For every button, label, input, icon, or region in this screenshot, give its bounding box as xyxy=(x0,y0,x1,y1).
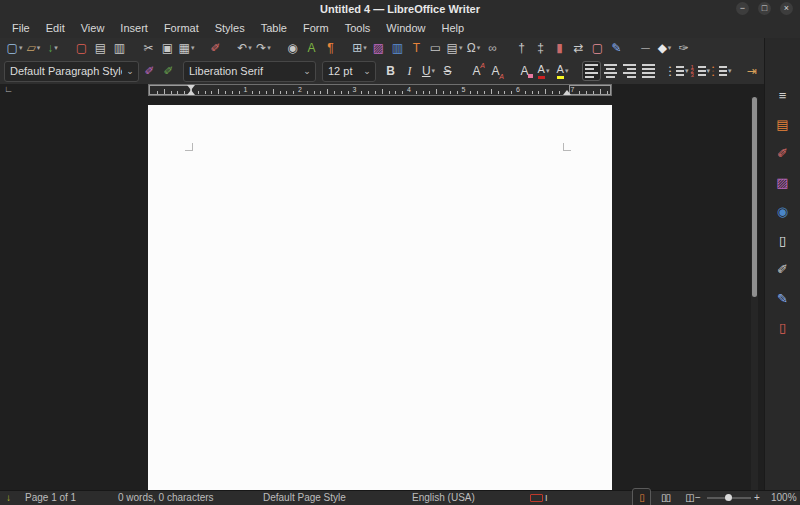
minimize-button[interactable]: − xyxy=(736,2,749,15)
insert-chart-button[interactable]: ▥ xyxy=(389,39,406,57)
menu-insert[interactable]: Insert xyxy=(112,18,156,38)
copy-button[interactable]: ▣ xyxy=(159,39,176,57)
language-status[interactable]: English (USA) xyxy=(412,491,475,505)
dropdown-arrow-icon[interactable]: ▾ xyxy=(267,44,271,52)
dropdown-arrow-icon[interactable]: ▾ xyxy=(19,44,23,52)
font-name-combobox[interactable]: Liberation Serif ⌄ xyxy=(183,61,316,82)
increase-indent-button[interactable]: ⇥ xyxy=(744,62,761,80)
track-changes-button[interactable]: ✎ xyxy=(608,39,625,57)
manage-changes-deck-button[interactable]: ✎ xyxy=(774,289,791,307)
gallery-deck-button[interactable]: ▨ xyxy=(774,173,791,191)
print-preview-button[interactable]: ▥ xyxy=(111,39,128,57)
properties-deck-button[interactable]: ▤ xyxy=(774,115,791,133)
font-size-combobox[interactable]: 12 pt ⌄ xyxy=(322,61,376,82)
insert-image-button[interactable]: ▨ xyxy=(370,39,387,57)
menu-form[interactable]: Form xyxy=(295,18,337,38)
chevron-down-icon[interactable]: ⌄ xyxy=(359,66,375,76)
dropdown-arrow-icon[interactable]: ▾ xyxy=(54,44,58,52)
clone-formatting-button[interactable]: ✐ xyxy=(207,39,224,57)
zoom-in-button[interactable]: + xyxy=(754,491,760,505)
style-inspector-deck-button[interactable]: ✐ xyxy=(774,260,791,278)
dropdown-arrow-icon[interactable]: ▾ xyxy=(728,67,732,75)
close-button[interactable]: × xyxy=(780,2,793,15)
numbered-list-button[interactable]: 123▾ xyxy=(691,62,711,80)
styles-deck-button[interactable]: ✐ xyxy=(774,144,791,162)
dropdown-arrow-icon[interactable]: ▾ xyxy=(685,67,689,75)
zoom-level-value[interactable]: 100% xyxy=(771,491,797,505)
insert-bookmark-button[interactable]: ▮ xyxy=(551,39,568,57)
dropdown-arrow-icon[interactable]: ▾ xyxy=(565,67,569,75)
menu-table[interactable]: Table xyxy=(253,18,295,38)
menu-tools[interactable]: Tools xyxy=(337,18,379,38)
selection-mode-icon[interactable]: I xyxy=(530,491,548,505)
menu-edit[interactable]: Edit xyxy=(38,18,73,38)
navigator-deck-button[interactable]: ◉ xyxy=(774,202,791,220)
new-document-button[interactable]: ▢▾ xyxy=(6,39,23,57)
insert-pagebreak-button[interactable]: ▭ xyxy=(427,39,444,57)
dropdown-arrow-icon[interactable]: ▾ xyxy=(363,44,367,52)
underline-button[interactable]: U▾ xyxy=(420,62,437,80)
save-button[interactable]: ↓▾ xyxy=(44,39,61,57)
page-style-status[interactable]: Default Page Style xyxy=(263,491,346,505)
highlight-color-button[interactable]: A▾ xyxy=(554,62,571,80)
page-number-status[interactable]: Page 1 of 1 xyxy=(25,491,76,505)
vertical-scrollbar-thumb[interactable] xyxy=(752,97,757,297)
cut-button[interactable]: ✂ xyxy=(140,39,157,57)
document-page[interactable] xyxy=(148,105,612,491)
menu-help[interactable]: Help xyxy=(433,18,472,38)
menu-styles[interactable]: Styles xyxy=(207,18,253,38)
insert-field-button[interactable]: ▤▾ xyxy=(446,39,463,57)
tab-stop-selector-icon[interactable]: ∟ xyxy=(4,84,13,94)
vertical-scrollbar[interactable] xyxy=(751,97,758,491)
clear-formatting-button[interactable]: A xyxy=(516,62,533,80)
zoom-slider-thumb[interactable] xyxy=(725,494,732,501)
dropdown-arrow-icon[interactable]: ▾ xyxy=(546,67,550,75)
paste-button[interactable]: ▦▾ xyxy=(178,39,195,57)
export-pdf-button[interactable]: ▢ xyxy=(73,39,90,57)
insert-line-button[interactable]: ─ xyxy=(637,39,654,57)
find-replace-button[interactable]: ◉ xyxy=(284,39,301,57)
document-canvas[interactable] xyxy=(0,97,765,491)
insert-footnote-button[interactable]: † xyxy=(513,39,530,57)
dropdown-arrow-icon[interactable]: ▾ xyxy=(248,44,252,52)
align-center-button[interactable] xyxy=(602,62,619,80)
indent-marker-bottom[interactable] xyxy=(187,90,195,95)
draw-functions-button[interactable]: ✑ xyxy=(675,39,692,57)
superscript-button[interactable]: AA xyxy=(468,62,485,80)
insert-comment-button[interactable]: ▢ xyxy=(589,39,606,57)
insert-endnote-button[interactable]: ‡ xyxy=(532,39,549,57)
chevron-down-icon[interactable]: ⌄ xyxy=(299,66,315,76)
align-justified-button[interactable] xyxy=(640,62,657,80)
insert-cross-reference-button[interactable]: ⇄ xyxy=(570,39,587,57)
new-style-button[interactable]: ✐ xyxy=(160,62,177,80)
update-style-button[interactable]: ✐ xyxy=(141,62,158,80)
insert-textbox-button[interactable]: T xyxy=(408,39,425,57)
formatting-marks-button[interactable]: ¶ xyxy=(322,39,339,57)
word-count-status[interactable]: 0 words, 0 characters xyxy=(118,491,214,505)
insert-hyperlink-button[interactable]: ∞ xyxy=(484,39,501,57)
menu-file[interactable]: File xyxy=(4,18,38,38)
menu-format[interactable]: Format xyxy=(156,18,207,38)
paragraph-style-combobox[interactable]: Default Paragraph Style ⌄ xyxy=(4,61,139,82)
basic-shapes-button[interactable]: ◆▾ xyxy=(656,39,673,57)
dropdown-arrow-icon[interactable]: ▾ xyxy=(459,44,463,52)
chevron-down-icon[interactable]: ⌄ xyxy=(122,66,138,76)
bold-button[interactable]: B xyxy=(382,62,399,80)
font-color-button[interactable]: A▾ xyxy=(535,62,552,80)
undo-button[interactable]: ↶▾ xyxy=(236,39,253,57)
insert-table-button[interactable]: ⊞▾ xyxy=(351,39,368,57)
print-button[interactable]: ▤ xyxy=(92,39,109,57)
dropdown-arrow-icon[interactable]: ▾ xyxy=(191,44,195,52)
dropdown-arrow-icon[interactable]: ▾ xyxy=(37,44,41,52)
spelling-button[interactable]: A xyxy=(303,39,320,57)
page-deck-button[interactable]: ▯ xyxy=(774,231,791,249)
insert-special-character-button[interactable]: Ω▾ xyxy=(465,39,482,57)
dropdown-arrow-icon[interactable]: ▾ xyxy=(668,44,672,52)
accessibility-check-deck-button[interactable]: ▯ xyxy=(774,318,791,336)
multi-page-view-button[interactable]: ▯▯ xyxy=(657,489,674,505)
titlebar[interactable]: Untitled 4 — LibreOffice Writer −□× xyxy=(0,0,800,18)
italic-button[interactable]: I xyxy=(401,62,418,80)
menu-window[interactable]: Window xyxy=(378,18,433,38)
single-page-view-button[interactable]: ▯ xyxy=(633,489,650,505)
strikethrough-button[interactable]: S xyxy=(439,62,456,80)
